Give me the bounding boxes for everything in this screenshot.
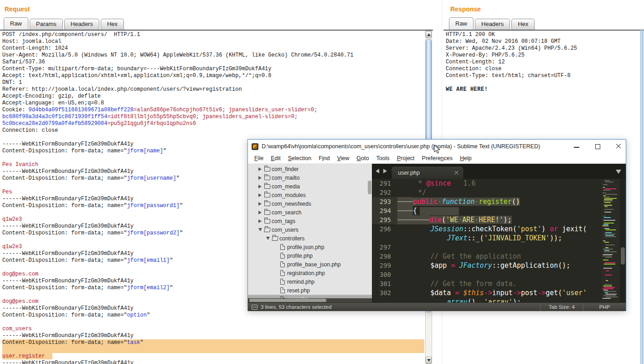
response-tab-raw[interactable]: Raw [449, 17, 474, 30]
tab-prev-icon[interactable] [376, 169, 379, 173]
tab-label: user.php [398, 170, 454, 176]
tree-item-label: com_finder [272, 166, 299, 172]
tree-item-label: com_newsfeeds [272, 201, 311, 207]
minimap[interactable] [602, 179, 620, 302]
sidebar-hscroll[interactable] [248, 298, 372, 302]
menu-project[interactable]: Project [393, 154, 418, 162]
editor-scrollbar-thumb[interactable] [621, 247, 625, 265]
request-tab-headers[interactable]: Headers [64, 19, 99, 30]
close-button[interactable] [616, 144, 621, 149]
tree-item-label: com_tags [272, 218, 295, 224]
chevron-right-icon[interactable] [258, 167, 262, 171]
line-number: 296 [372, 224, 397, 234]
response-tabs-divider [443, 30, 644, 31]
chevron-down-icon[interactable] [258, 228, 262, 231]
sidebar: com_findercom_mailtocom_mediacom_modules… [248, 164, 372, 302]
chevron-down-icon[interactable] [266, 237, 270, 240]
tab-overflow-icon[interactable] [616, 170, 621, 174]
chevron-right-icon[interactable] [258, 185, 262, 188]
raw-line: WE ARE HERE! [446, 86, 639, 93]
menu-file[interactable]: File [251, 154, 267, 162]
tree-item-registration-php[interactable]: registration.php [248, 269, 372, 277]
file-icon [280, 287, 285, 293]
editor-scrollbar[interactable] [620, 179, 626, 302]
tree-item-com_finder[interactable]: com_finder [248, 165, 372, 173]
tree-item-label: profile.json.php [287, 244, 324, 250]
tree-item-profile-php[interactable]: profile.php [248, 251, 372, 260]
editor-tab-bar: user.php [372, 164, 626, 179]
tree-item-com_users[interactable]: com_users [248, 225, 372, 234]
code-line-295: 295die('WE·ARE·HERE!'); [372, 215, 626, 224]
raw-line: Referer: http://joomla.local/index.php/c… [2, 86, 424, 93]
menu-preferences[interactable]: Preferences [418, 154, 456, 162]
tree-item-remind-php[interactable]: remind.php [248, 277, 372, 286]
menu-selection[interactable]: Selection [284, 154, 315, 162]
editor-tab-user-php[interactable]: user.php [391, 166, 464, 179]
tab-next-icon[interactable] [383, 169, 387, 173]
tree-item-profile_base_json-php[interactable]: profile_base_json.php [248, 260, 372, 269]
tree-item-com_mailto[interactable]: com_mailto [248, 173, 372, 182]
response-tabs: RawHeadersHex [449, 17, 536, 30]
response-tab-hex[interactable]: Hex [511, 19, 535, 30]
maximize-button[interactable] [595, 144, 600, 149]
menu-goto[interactable]: Goto [353, 154, 372, 162]
menu-bar: FileEditSelectionFindViewGotoToolsProjec… [248, 153, 626, 164]
line-number: 291 [372, 179, 397, 188]
folder-icon [264, 167, 270, 172]
menu-view[interactable]: View [333, 154, 353, 162]
tree-item-label: com_search [272, 209, 301, 216]
tree-item-reset-php[interactable]: reset.php [248, 286, 372, 295]
chevron-right-icon[interactable] [258, 219, 262, 223]
folder-icon [264, 176, 270, 180]
request-tab-raw[interactable]: Raw [4, 17, 28, 30]
scroll-down-button[interactable] [426, 357, 432, 364]
request-tab-params[interactable]: Params [30, 19, 63, 30]
line-number: 298 [372, 252, 397, 261]
tree-item-com_modules[interactable]: com_modules [248, 191, 372, 199]
tree-item-label: com_mailto [272, 175, 299, 181]
tree-item-com_media[interactable]: com_media [248, 182, 372, 191]
chevron-right-icon[interactable] [258, 202, 262, 206]
status-selection-info: 3 lines, 53 characters selected [261, 304, 331, 310]
chevron-right-icon[interactable] [258, 211, 262, 214]
tree-item-label: reset.php [287, 287, 310, 294]
menu-find[interactable]: Find [315, 154, 333, 162]
file-icon [280, 261, 285, 267]
chevron-right-icon[interactable] [258, 193, 262, 197]
sidebar-hscroll-thumb[interactable] [249, 299, 326, 302]
tree-item-com_tags[interactable]: com_tags [248, 217, 372, 225]
raw-line: Content-Type: text/html; charset=UTF-8 [446, 73, 639, 79]
line-number: 302 [372, 288, 397, 297]
code-area[interactable]: 291 * @since 1.6292 */293public·function… [372, 179, 626, 302]
code-line-294: 294{ [372, 206, 626, 215]
status-language[interactable]: PHP [583, 303, 626, 311]
line-number: 301 [372, 279, 397, 288]
menu-help[interactable]: Help [456, 154, 475, 162]
minimize-button[interactable] [574, 144, 579, 149]
sublime-window: D:\wamp64\vh\joomla\components\com_users… [247, 139, 626, 311]
response-tab-headers[interactable]: Headers [475, 19, 510, 30]
status-tab-size[interactable]: Tab Size: 4 [540, 303, 583, 311]
response-scrollbar[interactable] [640, 30, 644, 364]
editor: user.php 291 * @since 1.6292 */293public… [372, 164, 626, 302]
scroll-up-button[interactable] [426, 31, 432, 38]
tab-nav-arrows[interactable] [376, 169, 387, 173]
raw-line: Host: joomla.local [2, 38, 424, 45]
chevron-right-icon[interactable] [258, 176, 262, 180]
tree-item-controllers[interactable]: controllers [248, 234, 372, 243]
code-line-298: 298 // Get the application [372, 252, 626, 261]
folder-icon [264, 219, 270, 224]
line-number: 292 [372, 188, 397, 197]
screen: Request RawParamsHeadersHex POST /index.… [0, 0, 644, 364]
sidebar-vscroll-thumb[interactable] [368, 181, 371, 194]
folder-icon [264, 210, 270, 215]
menu-edit[interactable]: Edit [267, 154, 284, 162]
tree-item-com_newsfeeds[interactable]: com_newsfeeds [248, 199, 372, 208]
tree-item-label: com_media [272, 183, 300, 190]
tree-item-profile-json-php[interactable]: profile.json.php [248, 243, 372, 251]
tab-close-icon[interactable] [454, 171, 459, 175]
menu-tools[interactable]: Tools [372, 154, 393, 162]
request-tab-hex[interactable]: Hex [101, 19, 124, 30]
tree-item-label: remind.php [287, 279, 314, 285]
tree-item-com_search[interactable]: com_search [248, 208, 372, 217]
